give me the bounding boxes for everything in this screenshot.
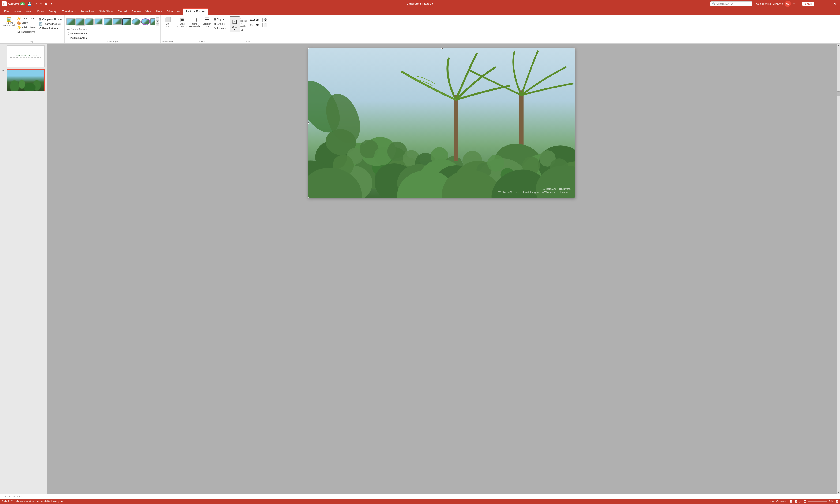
height-input[interactable] <box>249 18 263 22</box>
maximize-button[interactable]: □ <box>824 1 830 6</box>
ps-shadow[interactable] <box>75 18 84 25</box>
align-button[interactable]: ⊟ Align ▾ <box>212 17 226 21</box>
effects-icon: ⬡ <box>67 32 69 35</box>
artistic-icon: ✨ <box>17 26 21 29</box>
sel-handle-tc[interactable] <box>441 48 443 49</box>
fit-page-icon[interactable]: ⊡ <box>835 500 838 503</box>
slide-1-thumb[interactable]: TROPICAL LEAVES TRANSPARENT BACKGROUND <box>6 46 45 67</box>
size-dialog-button[interactable]: ⊿ <box>240 28 267 32</box>
height-down[interactable]: ▼ <box>264 20 267 22</box>
crop-button[interactable]: ⊡ Crop▾ <box>230 16 240 32</box>
autosave-toggle[interactable]: AutoSave On <box>8 2 25 5</box>
picture-border-button[interactable]: ▭ Picture Border ▾ <box>66 27 159 31</box>
ribbon-display-icon[interactable]: ⊟ <box>798 2 801 6</box>
tab-picture-format[interactable]: Picture Format <box>183 8 208 15</box>
svg-rect-25 <box>453 95 458 161</box>
share-button[interactable]: Share <box>803 2 814 6</box>
present-button[interactable]: ▶ <box>44 1 49 6</box>
picture-layout-button[interactable]: ⊞ Picture Layout ▾ <box>66 36 159 40</box>
send-backward-button[interactable]: ▢ SendBackward ▾ <box>188 16 201 28</box>
width-input[interactable] <box>249 23 263 27</box>
ps-perspective[interactable] <box>104 18 113 25</box>
comments-toggle[interactable]: Comments <box>776 500 788 503</box>
slide-1-content: TROPICAL LEAVES TRANSPARENT BACKGROUND <box>7 46 44 67</box>
tab-draw[interactable]: Draw <box>35 9 46 15</box>
save-button[interactable]: 💾 <box>26 1 33 6</box>
sel-handle-mr[interactable] <box>575 122 576 124</box>
scroll-track[interactable] <box>837 47 840 491</box>
pen-icon[interactable]: ✏ <box>793 2 796 6</box>
color-button[interactable]: 🎨 Color ▾ <box>16 21 37 25</box>
ps-reflection[interactable] <box>113 18 122 25</box>
slide-canvas[interactable]: Windows aktivieren Wechseln Sie zu den E… <box>308 48 576 198</box>
tab-view[interactable]: View <box>143 9 154 15</box>
tab-review[interactable]: Review <box>129 9 143 15</box>
view-normal-icon[interactable]: ⊟ <box>790 500 792 503</box>
ps-scroll-more[interactable]: ▾ <box>156 23 159 26</box>
width-down[interactable]: ▼ <box>264 25 267 27</box>
minimize-button[interactable]: ─ <box>816 1 822 6</box>
notes-toggle[interactable]: Notes <box>769 500 775 503</box>
ribbon: 🖼️ RemoveBackground ☀️ Corrections ▾ 🎨 C… <box>0 15 840 43</box>
ps-rounded[interactable] <box>85 18 94 25</box>
height-up[interactable]: ▲ <box>264 18 267 20</box>
undo-button[interactable]: ↩ <box>33 1 38 6</box>
tab-help[interactable]: Help <box>154 9 164 15</box>
ps-scroll-down[interactable]: ▼ <box>156 20 159 23</box>
rotate-button[interactable]: ↻ Rotate ▾ <box>212 26 226 31</box>
tab-design[interactable]: Design <box>46 9 59 15</box>
search-bar[interactable]: 🔍 <box>710 1 752 6</box>
tab-transitions[interactable]: Transitions <box>60 9 78 15</box>
ps-more[interactable] <box>151 18 155 25</box>
picture-effects-button[interactable]: ⬡ Picture Effects ▾ <box>66 31 159 36</box>
sel-handle-ml[interactable] <box>308 122 309 124</box>
user-avatar[interactable]: GJ <box>785 1 791 7</box>
slide-2-number: 2 <box>2 70 4 73</box>
reset-picture-button[interactable]: ↺ Reset Picture ▾ <box>38 26 63 31</box>
ps-oval[interactable] <box>132 18 141 25</box>
scroll-thumb[interactable] <box>837 91 840 96</box>
ps-glow[interactable] <box>122 18 131 25</box>
ps-soft[interactable] <box>94 18 103 25</box>
slide-2-thumb[interactable] <box>6 69 45 91</box>
artistic-effects-button[interactable]: ✨ Artistic Effects ▾ <box>16 25 37 30</box>
status-right: Notes Comments ⊟ ⊞ ▷ ⊡ 54% ⊡ <box>769 500 838 503</box>
quick-access-toolbar: 💾 ↩ ↪ ▶ ▾ <box>26 1 54 6</box>
ps-oval-shadow[interactable] <box>141 18 150 25</box>
sel-handle-bc[interactable] <box>441 198 443 198</box>
view-reading-icon[interactable]: ▷ <box>799 500 802 503</box>
more-quick-access-button[interactable]: ▾ <box>50 1 54 6</box>
redo-button[interactable]: ↪ <box>39 1 44 6</box>
tab-home[interactable]: Home <box>11 9 23 15</box>
tab-slide-show[interactable]: Slide Show <box>97 9 115 15</box>
view-slide-sorter-icon[interactable]: ⊞ <box>794 500 797 503</box>
width-up[interactable]: ▲ <box>264 23 267 25</box>
tab-insert[interactable]: Insert <box>23 9 35 15</box>
change-picture-button[interactable]: 🔄 Change Picture ▾ <box>38 22 63 26</box>
title-bar-right: 🔍 Gumpelmeyer Johanna GJ ✏ ⊟ Share ─ □ ✕ <box>710 1 838 7</box>
ps-simple[interactable] <box>66 18 75 25</box>
tab-animations[interactable]: Animations <box>78 9 97 15</box>
transparency-button[interactable]: ◱ Transparency ▾ <box>16 30 37 34</box>
notes-bar[interactable]: Click to add notes <box>0 494 840 499</box>
sel-handle-br[interactable] <box>574 197 576 198</box>
notes-placeholder: Click to add notes <box>3 495 23 498</box>
remove-background-button[interactable]: 🖼️ RemoveBackground <box>2 16 16 27</box>
scroll-down-button[interactable]: ▼ <box>837 491 840 494</box>
tab-record[interactable]: Record <box>115 9 129 15</box>
size-buttons: ⊡ Crop▾ ↕ Height: ▲ ▼ ↔ Width: ▲ <box>230 15 267 40</box>
corrections-button[interactable]: ☀️ Corrections ▾ <box>16 16 37 21</box>
tab-file[interactable]: File <box>2 9 11 15</box>
zoom-slider[interactable] <box>808 501 827 502</box>
close-button[interactable]: ✕ <box>832 1 838 6</box>
tab-slidelizard[interactable]: SlideLizard <box>164 9 183 15</box>
alt-text-button[interactable]: ⬜ AltText <box>162 16 173 28</box>
ps-scroll-up[interactable]: ▲ <box>156 17 159 20</box>
group-button[interactable]: ⊞ Group ▾ <box>212 22 226 26</box>
bring-forward-button[interactable]: ▣ BringForward ▾ <box>176 16 188 28</box>
scroll-up-button[interactable]: ▲ <box>837 43 840 47</box>
selection-pane-button[interactable]: ☰ SelectionPane <box>202 16 212 28</box>
view-fullscreen-icon[interactable]: ⊡ <box>803 500 806 503</box>
search-input[interactable] <box>717 2 750 5</box>
compress-pictures-button[interactable]: ⊞ Compress Pictures <box>38 17 63 21</box>
